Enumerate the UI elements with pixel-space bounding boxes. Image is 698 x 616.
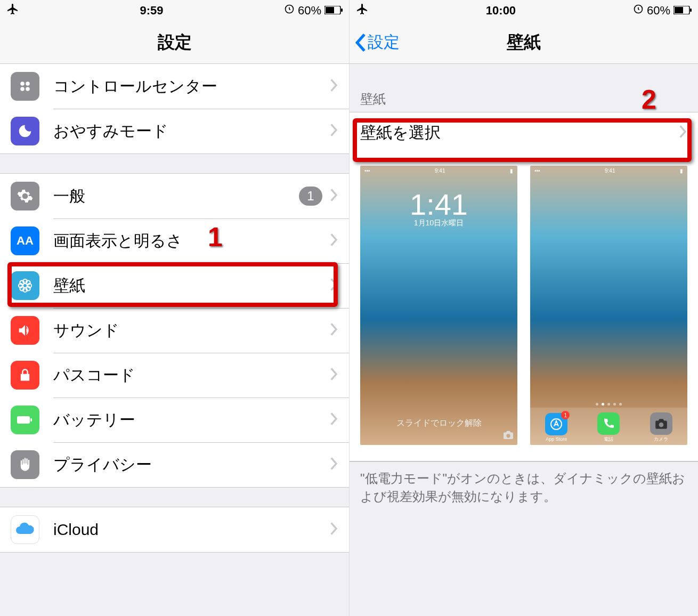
low-power-mode-note: "低電力モード"がオンのときは、ダイナミックの壁紙および視差効果が無効になります… — [350, 462, 698, 513]
wallpaper-group: 壁紙を選択 •••9:41▮ 1:41 1月10日水曜日 スライドでロック解除 … — [350, 112, 698, 462]
text-size-icon: AA — [11, 226, 39, 255]
svg-rect-18 — [30, 418, 32, 422]
chevron-right-icon — [330, 124, 338, 139]
chevron-right-icon — [330, 412, 338, 427]
row-sounds[interactable]: サウンド — [0, 308, 349, 353]
lock-icon — [11, 361, 39, 390]
settings-group-2: 一般 1 AA 画面表示と明るさ 壁紙 サウンド パス — [0, 173, 349, 488]
svg-rect-3 — [341, 9, 343, 12]
row-label: 壁紙 — [53, 275, 330, 297]
status-time: 9:59 — [140, 4, 163, 18]
speaker-icon — [11, 316, 39, 345]
page-title: 設定 — [158, 31, 192, 54]
row-wallpaper[interactable]: 壁紙 — [0, 263, 349, 308]
row-privacy[interactable]: プライバシー — [0, 442, 349, 487]
chevron-right-icon — [330, 79, 338, 94]
row-label: おやすみモード — [53, 120, 330, 142]
row-label: 画面表示と明るさ — [53, 230, 330, 252]
chevron-right-icon — [330, 457, 338, 472]
flower-icon — [11, 271, 39, 300]
row-label: パスコード — [53, 364, 330, 386]
battery-icon — [11, 406, 39, 434]
lock-date: 1月10日水曜日 — [360, 218, 517, 228]
row-label: コントロールセンター — [53, 76, 330, 98]
dock-app-camera: カメラ — [650, 412, 672, 443]
svg-point-6 — [20, 87, 25, 91]
back-button[interactable]: 設定 — [355, 31, 400, 53]
chevron-right-icon — [330, 189, 338, 204]
row-control-center[interactable]: コントロールセンター — [0, 64, 349, 109]
status-bar: 9:59 60% — [0, 0, 349, 21]
svg-rect-22 — [690, 9, 692, 12]
moon-icon — [11, 117, 39, 145]
svg-point-7 — [26, 87, 30, 91]
gear-icon — [11, 182, 39, 210]
battery-percent: 60% — [298, 4, 321, 18]
row-label: プライバシー — [53, 454, 330, 476]
row-label: サウンド — [53, 320, 330, 342]
svg-point-4 — [20, 82, 25, 86]
dock-app-phone: 電話 — [597, 412, 620, 443]
lock-time: 1:41 — [360, 187, 517, 222]
row-display-brightness[interactable]: AA 画面表示と明るさ — [0, 218, 349, 263]
row-do-not-disturb[interactable]: おやすみモード — [0, 109, 349, 153]
wallpaper-previews: •••9:41▮ 1:41 1月10日水曜日 スライドでロック解除 •••9:4… — [350, 153, 698, 461]
page-title: 壁紙 — [507, 31, 541, 54]
lockscreen-preview[interactable]: •••9:41▮ 1:41 1月10日水曜日 スライドでロック解除 — [360, 166, 517, 445]
camera-icon — [502, 430, 514, 442]
nav-header: 設定 — [0, 21, 349, 64]
chevron-right-icon — [330, 522, 338, 537]
row-label: 一般 — [53, 185, 299, 207]
settings-group-3: iCloud — [0, 507, 349, 553]
battery-percent: 60% — [647, 4, 670, 18]
row-label: 壁紙を選択 — [360, 122, 679, 144]
section-header-wallpaper: 壁紙 — [350, 64, 698, 112]
settings-screen: 9:59 60% 設定 コントロールセンター おやすみモード — [0, 0, 349, 616]
airplane-mode-icon — [6, 3, 19, 19]
svg-point-5 — [26, 82, 30, 86]
row-label: iCloud — [53, 521, 330, 539]
svg-rect-17 — [17, 416, 30, 424]
battery-icon — [324, 4, 343, 18]
chevron-right-icon — [679, 125, 687, 140]
airplane-mode-icon — [356, 3, 369, 19]
orientation-lock-icon — [284, 4, 295, 18]
homescreen-preview[interactable]: •••9:41▮ 1 App Store 電話 — [530, 166, 687, 445]
back-label: 設定 — [368, 31, 400, 53]
row-choose-wallpaper[interactable]: 壁紙を選択 — [350, 112, 698, 153]
battery-icon — [673, 4, 692, 18]
svg-rect-2 — [326, 7, 334, 13]
slide-to-unlock: スライドでロック解除 — [360, 418, 517, 429]
app-badge: 1 — [561, 411, 570, 419]
chevron-right-icon — [330, 278, 338, 293]
orientation-lock-icon — [633, 4, 644, 18]
status-bar: 10:00 60% — [350, 0, 698, 21]
row-icloud[interactable]: iCloud — [0, 507, 349, 552]
row-general[interactable]: 一般 1 — [0, 174, 349, 218]
svg-rect-21 — [675, 7, 683, 13]
chevron-right-icon — [330, 323, 338, 338]
row-passcode[interactable]: パスコード — [0, 353, 349, 398]
row-label: バッテリー — [53, 409, 330, 431]
dock: 1 App Store 電話 カメラ — [530, 408, 687, 445]
settings-group-1: コントロールセンター おやすみモード — [0, 64, 349, 154]
wallpaper-screen: 10:00 60% 設定 壁紙 壁紙 壁紙を選択 •••9:41▮ — [349, 0, 698, 616]
status-time: 10:00 — [486, 4, 516, 18]
nav-header: 設定 壁紙 — [350, 21, 698, 64]
notification-badge: 1 — [299, 187, 322, 206]
row-battery[interactable]: バッテリー — [0, 398, 349, 442]
chevron-right-icon — [330, 368, 338, 383]
hand-icon — [11, 450, 39, 479]
icloud-icon — [11, 515, 39, 544]
dock-app-appstore: 1 App Store — [545, 413, 567, 442]
chevron-right-icon — [330, 233, 338, 248]
control-center-icon — [11, 72, 39, 101]
